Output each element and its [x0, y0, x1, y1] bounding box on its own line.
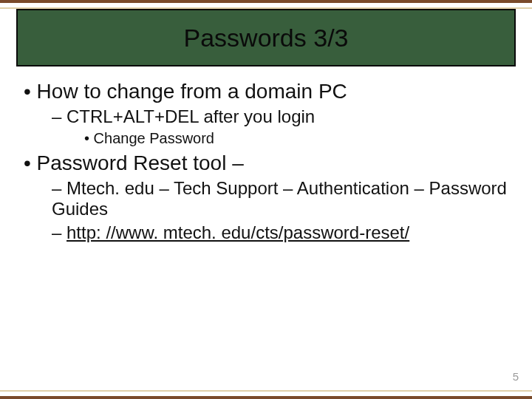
slide: Passwords 3/3 How to change from a domai…	[0, 0, 532, 399]
bullet-text: How to change from a domain PC	[37, 80, 347, 103]
bullet-text: Change Password	[94, 130, 214, 146]
slide-title: Passwords 3/3	[184, 24, 349, 52]
content-area: How to change from a domain PC CTRL+ALT+…	[0, 66, 532, 243]
bullet-lvl2: CTRL+ALT+DEL after you login Change Pass…	[52, 106, 508, 147]
accent-line-top	[0, 7, 532, 9]
link-text[interactable]: http: //www. mtech. edu/cts/password-res…	[66, 222, 409, 242]
bullet-text: CTRL+ALT+DEL after you login	[52, 106, 315, 126]
accent-line-bottom	[0, 390, 532, 392]
bullet-text: Password Reset tool –	[37, 151, 244, 174]
page-number: 5	[513, 370, 519, 383]
title-box: Passwords 3/3	[16, 9, 516, 66]
bullet-lvl1: How to change from a domain PC CTRL+ALT+…	[24, 80, 508, 147]
bullet-text: http: //www. mtech. edu/cts/password-res…	[52, 222, 409, 242]
bullet-lvl3: Change Password	[84, 130, 508, 147]
bullet-lvl1: Password Reset tool – Mtech. edu – Tech …	[24, 151, 508, 243]
bullet-text: Mtech. edu – Tech Support – Authenticati…	[52, 178, 507, 219]
bullet-lvl2: Mtech. edu – Tech Support – Authenticati…	[52, 178, 508, 219]
bullet-lvl2: http: //www. mtech. edu/cts/password-res…	[52, 222, 508, 243]
